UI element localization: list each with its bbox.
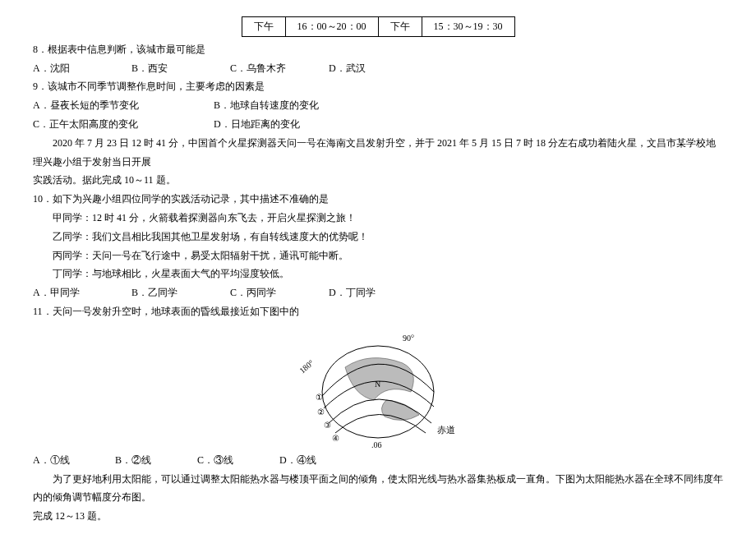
label-c3: ③: [324, 421, 331, 430]
passage1-line1: 2020 年 7 月 23 日 12 时 41 分，中国首个火星探测器天问一号在…: [33, 134, 723, 172]
label-n: N: [375, 380, 380, 389]
q9-stem: 9．该城市不同季节调整作息时间，主要考虑的因素是: [33, 77, 723, 96]
q10-opt-d: D．丁同学: [329, 283, 427, 302]
label-90: 90°: [403, 334, 414, 343]
q10-opt-a: A．甲同学: [33, 283, 131, 302]
label-c2: ②: [317, 407, 325, 417]
table-row: 下午 16：00～20：00 下午 15：30～19：30: [242, 17, 514, 37]
label-c4: ④: [332, 434, 339, 443]
earth-terminator-figure: 90° 180° N .06 赤道 ① ② ③ ④: [296, 326, 460, 449]
q8-opt-b: B．西安: [131, 59, 230, 78]
q10-l4: 丁同学：与地球相比，火星表面大气的平均湿度较低。: [33, 265, 723, 283]
label-c1: ①: [316, 393, 323, 402]
q9-opt-a: A．昼夜长短的季节变化: [33, 96, 214, 115]
passage2-line2: 完成 12～13 题。: [33, 507, 723, 526]
q8-stem: 8．根据表中信息判断，该城市最可能是: [33, 40, 723, 59]
q9-options-row2: C．正午太阳高度的变化 D．日地距离的变化: [33, 115, 723, 134]
q8-options: A．沈阳 B．西安 C．乌鲁木齐 D．武汉: [33, 59, 723, 78]
cell-time1: 16：00～20：00: [285, 17, 378, 37]
q10-l3: 丙同学：天问一号在飞行途中，易受太阳辐射干扰，通讯可能中断。: [33, 246, 723, 265]
passage2-line1: 为了更好地利用太阳能，可以通过调整太阳能热水器与楼顶平面之间的倾角，使太阳光线与…: [33, 470, 723, 508]
q11-opt-d: D．④线: [279, 451, 362, 470]
q10-l1: 甲同学：12 时 41 分，火箭载着探测器向东飞去，开启火星探测之旅！: [33, 209, 723, 228]
label-180: 180°: [297, 358, 316, 375]
arc-3: [329, 399, 431, 423]
q11-stem: 11．天问一号发射升空时，地球表面的昏线最接近如下图中的: [33, 302, 723, 321]
cell-time2: 15：30～19：30: [422, 17, 514, 37]
q10-opt-c: C．丙同学: [230, 283, 329, 302]
q9-opt-b: B．地球自转速度的变化: [214, 96, 394, 115]
q8-opt-a: A．沈阳: [33, 59, 131, 78]
q8-opt-c: C．乌鲁木齐: [230, 59, 329, 78]
cell-pm2: 下午: [378, 17, 422, 37]
q9-options-row1: A．昼夜长短的季节变化 B．地球自转速度的变化: [33, 96, 723, 115]
q10-l2: 乙同学：我们文昌相比我国其他卫星发射场，有自转线速度大的优势呢！: [33, 228, 723, 246]
q11-options: A．①线 B．②线 C．③线 D．④线: [33, 451, 723, 470]
schedule-table: 下午 16：00～20：00 下午 15：30～19：30: [242, 16, 515, 37]
q8-opt-d: D．武汉: [329, 59, 427, 78]
exam-page: 下午 16：00～20：00 下午 15：30～19：30 8．根据表中信息判断…: [0, 0, 756, 534]
q11-opt-b: B．②线: [115, 451, 197, 470]
q10-opt-b: B．乙同学: [131, 283, 230, 302]
label-06: .06: [371, 440, 382, 449]
passage1-line2: 实践活动。据此完成 10～11 题。: [33, 171, 723, 190]
q10-options: A．甲同学 B．乙同学 C．丙同学 D．丁同学: [33, 283, 723, 302]
q11-opt-a: A．①线: [33, 451, 115, 470]
q9-opt-d: D．日地距离的变化: [214, 115, 394, 134]
q11-opt-c: C．③线: [197, 451, 279, 470]
cell-pm1: 下午: [242, 17, 285, 37]
q10-stem: 10．如下为兴趣小组四位同学的实践活动记录，其中描述不准确的是: [33, 190, 723, 209]
q9-opt-c: C．正午太阳高度的变化: [33, 115, 214, 134]
label-equator: 赤道: [437, 425, 455, 435]
